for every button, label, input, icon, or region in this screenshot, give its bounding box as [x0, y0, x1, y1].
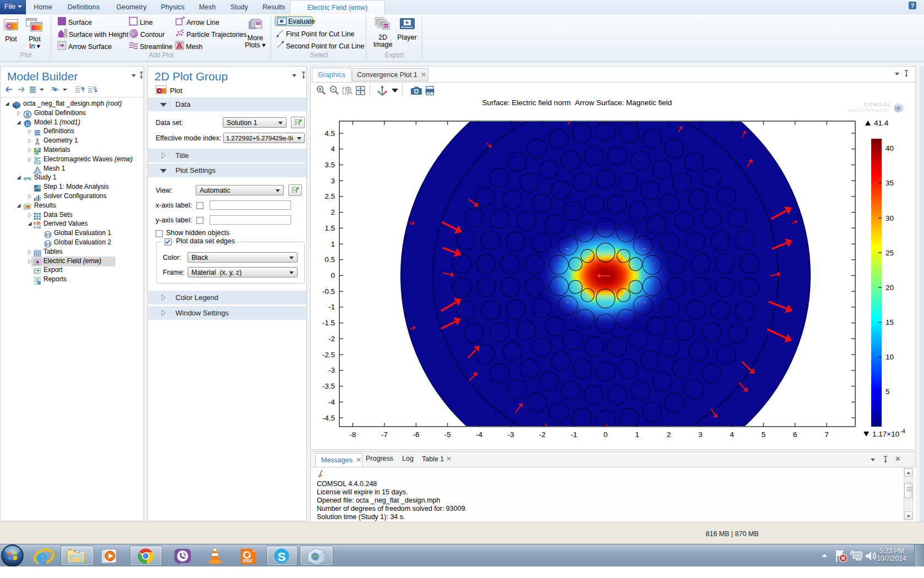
svg-text:e: e [36, 546, 48, 567]
svg-text:2.5: 2.5 [324, 192, 335, 200]
svg-text:1.5: 1.5 [324, 224, 335, 232]
svg-text:-1: -1 [571, 430, 578, 439]
svg-text:25: 25 [886, 249, 894, 257]
svg-text:-4: -4 [476, 430, 482, 439]
svg-text:-2.5: -2.5 [322, 351, 335, 359]
svg-text:S: S [278, 550, 286, 564]
svg-text:7: 7 [824, 430, 829, 439]
svg-text:41.4: 41.4 [874, 119, 889, 127]
svg-text:3: 3 [698, 430, 703, 439]
svg-text:-1: -1 [328, 303, 335, 311]
svg-text:-1.5: -1.5 [322, 319, 335, 327]
svg-text:3: 3 [331, 177, 335, 185]
svg-text:2D: 2D [256, 22, 261, 26]
svg-text:COMSOL: COMSOL [864, 101, 892, 107]
svg-text:8.85: 8.85 [34, 221, 41, 225]
svg-text:30: 30 [886, 214, 894, 222]
svg-text:2D: 2D [383, 24, 388, 28]
svg-text:4.5: 4.5 [324, 129, 335, 138]
svg-text:20: 20 [886, 283, 894, 292]
svg-text:-2: -2 [328, 335, 335, 343]
svg-text:6: 6 [793, 430, 798, 439]
svg-text:Surface: Electric field norm: Surface: Electric field norm Arrow Surfa… [482, 99, 672, 107]
svg-text:-2: -2 [539, 430, 546, 439]
svg-text:8.5: 8.5 [45, 232, 50, 236]
svg-text:0: 0 [331, 271, 335, 280]
svg-text:0: 0 [603, 430, 608, 439]
svg-text:5: 5 [886, 388, 890, 396]
svg-text:0.5: 0.5 [324, 255, 335, 264]
svg-text:2: 2 [331, 208, 335, 216]
svg-text:-7: -7 [381, 430, 388, 439]
svg-text:1: 1 [331, 240, 335, 248]
svg-text:-0.5: -0.5 [322, 287, 335, 296]
svg-text:35: 35 [886, 179, 894, 187]
svg-text:2: 2 [667, 430, 671, 439]
svg-text:40: 40 [886, 144, 894, 152]
svg-text:PDF: PDF [243, 558, 254, 564]
svg-text:1: 1 [635, 430, 640, 439]
svg-text:e-12: e-12 [34, 225, 41, 229]
svg-text:-3.5: -3.5 [322, 382, 335, 390]
svg-text:MULTIPHYSICS·: MULTIPHYSICS· [849, 108, 889, 113]
svg-text:5: 5 [761, 430, 766, 439]
svg-text:8.5: 8.5 [45, 242, 50, 246]
svg-text:-8: -8 [349, 430, 356, 439]
svg-text:3.5: 3.5 [324, 161, 335, 169]
svg-text:-4: -4 [328, 398, 335, 406]
svg-text:-3: -3 [508, 430, 514, 439]
svg-text:-4.5: -4.5 [322, 414, 335, 422]
svg-text:-5: -5 [444, 430, 451, 439]
svg-text:-6: -6 [413, 430, 419, 439]
svg-text:-4: -4 [900, 428, 905, 434]
svg-text:1.17×10: 1.17×10 [872, 430, 899, 438]
svg-text:15: 15 [886, 318, 894, 326]
svg-text:4: 4 [331, 145, 335, 153]
svg-text:10: 10 [886, 353, 894, 361]
svg-text:-3: -3 [328, 366, 335, 374]
svg-text:4: 4 [730, 430, 734, 439]
